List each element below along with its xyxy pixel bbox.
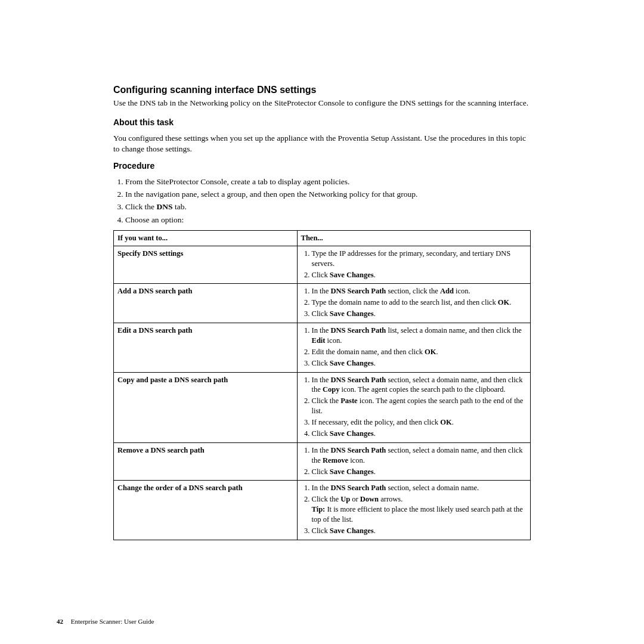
- tip-text: It is more efficient to place the most l…: [312, 505, 523, 524]
- table-row: Specify DNS settings Type the IP address…: [114, 246, 531, 284]
- t: Up: [340, 495, 350, 503]
- t: DNS Search Path: [330, 287, 386, 295]
- t: Click: [312, 359, 330, 367]
- row3-left: Edit a DNS search path: [114, 323, 298, 373]
- t: .: [374, 359, 376, 367]
- t: Down: [360, 495, 379, 503]
- t: .: [509, 298, 511, 306]
- r1-2c: .: [374, 271, 376, 279]
- r2-step1: In the DNS Search Path section, click th…: [312, 286, 527, 296]
- t: In the: [312, 287, 331, 295]
- r1-step2: Click Save Changes.: [312, 270, 527, 280]
- r4-step4: Click Save Changes.: [312, 429, 527, 439]
- row5-left: Remove a DNS search path: [114, 442, 298, 481]
- table-header-right: Then...: [297, 230, 530, 246]
- r1-2b: Save Changes: [330, 271, 374, 279]
- row2-left: Add a DNS search path: [114, 284, 298, 323]
- page-title: Configuring scanning interface DNS setti…: [113, 83, 531, 97]
- r4-step1: In the DNS Search Path section, select a…: [312, 375, 527, 395]
- doc-title: Enterprise Scanner: User Guide: [71, 618, 154, 625]
- t: If necessary, edit the policy, and then …: [312, 418, 441, 426]
- t: DNS Search Path: [330, 326, 386, 335]
- table-row: Copy and paste a DNS search path In the …: [114, 372, 531, 442]
- t: Save Changes: [330, 359, 374, 367]
- t: OK: [498, 298, 509, 306]
- t: Click the: [312, 397, 341, 405]
- t: Type the domain name to add to the searc…: [312, 298, 498, 306]
- r4-step3: If necessary, edit the policy, and then …: [312, 417, 527, 428]
- t: section, click the: [386, 287, 440, 295]
- t: arrows.: [379, 495, 402, 503]
- r1-2a: Click: [312, 271, 330, 279]
- t: Save Changes: [330, 309, 374, 318]
- r2-step2: Type the domain name to add to the searc…: [312, 298, 527, 308]
- t: Click: [312, 467, 330, 476]
- r6-step2: Click the Up or Down arrows.Tip: It is m…: [312, 494, 527, 525]
- row6-left: Change the order of a DNS search path: [114, 481, 298, 540]
- t: icon.: [325, 336, 342, 345]
- row6-right: In the DNS Search Path section, select a…: [297, 481, 530, 540]
- r1-step1: Type the IP addresses for the primary, s…: [312, 249, 527, 269]
- t: Remove: [323, 456, 348, 465]
- procedure-heading: Procedure: [113, 160, 531, 172]
- t: .: [374, 309, 376, 318]
- t: .: [374, 429, 376, 438]
- r5-step1: In the DNS Search Path section, select a…: [312, 445, 527, 466]
- proc-step-3: Click the DNS tab.: [125, 202, 531, 212]
- row1-left: Specify DNS settings: [114, 246, 298, 284]
- proc-step-3b: DNS: [157, 202, 173, 211]
- intro-paragraph: Use the DNS tab in the Networking policy…: [113, 98, 531, 109]
- row5-right: In the DNS Search Path section, select a…: [297, 442, 530, 481]
- t: In the: [312, 326, 331, 335]
- page-number: 42: [57, 618, 63, 625]
- table-row: Change the order of a DNS search path In…: [114, 481, 531, 540]
- t: Copy: [323, 385, 339, 394]
- r6-step1: In the DNS Search Path section, select a…: [312, 483, 527, 493]
- t: icon. The agent copies the search path t…: [339, 385, 505, 394]
- t: OK: [440, 418, 451, 426]
- about-heading: About this task: [113, 117, 531, 128]
- t: Save Changes: [330, 429, 374, 438]
- procedure-list: From the SiteProtector Console, create a…: [113, 177, 531, 225]
- page-footer: 42 Enterprise Scanner: User Guide: [57, 617, 154, 626]
- t: DNS Search Path: [330, 376, 386, 384]
- t: .: [374, 467, 376, 476]
- t: Save Changes: [330, 527, 374, 535]
- row4-right: In the DNS Search Path section, select a…: [297, 372, 530, 442]
- t: Click: [312, 309, 330, 318]
- row2-right: In the DNS Search Path section, click th…: [297, 284, 530, 323]
- t: Save Changes: [330, 467, 374, 476]
- t: Paste: [340, 397, 357, 405]
- r5-step2: Click Save Changes.: [312, 467, 527, 477]
- t: DNS Search Path: [330, 446, 386, 454]
- table-row: Edit a DNS search path In the DNS Search…: [114, 323, 531, 373]
- proc-step-3a: Click the: [125, 202, 157, 211]
- proc-step-1: From the SiteProtector Console, create a…: [125, 177, 531, 187]
- options-table: If you want to... Then... Specify DNS se…: [113, 230, 531, 540]
- t: Click: [312, 429, 330, 438]
- t: Add: [440, 287, 454, 295]
- r3-step2: Edit the domain name, and then click OK.: [312, 347, 527, 357]
- table-header-row: If you want to... Then...: [114, 230, 531, 246]
- t: .: [452, 418, 454, 426]
- row4-left: Copy and paste a DNS search path: [114, 372, 298, 442]
- t: Click the: [312, 495, 341, 503]
- r2-step3: Click Save Changes.: [312, 309, 527, 319]
- r4-step2: Click the Paste icon. The agent copies t…: [312, 396, 527, 416]
- t: icon.: [454, 287, 470, 295]
- table-header-left: If you want to...: [114, 230, 298, 246]
- t: section, select a domain name.: [386, 484, 479, 492]
- proc-step-3c: tab.: [173, 202, 187, 211]
- t: Click: [312, 527, 330, 535]
- t: icon.: [348, 456, 365, 465]
- proc-step-2: In the navigation pane, select a group, …: [125, 189, 531, 200]
- row1-right: Type the IP addresses for the primary, s…: [297, 246, 530, 284]
- t: OK: [425, 348, 436, 356]
- tip-label: Tip:: [312, 505, 326, 513]
- t: In the: [312, 376, 331, 384]
- t: or: [350, 495, 360, 503]
- r6-step3: Click Save Changes.: [312, 526, 527, 536]
- row3-right: In the DNS Search Path list, select a do…: [297, 323, 530, 373]
- table-row: Add a DNS search path In the DNS Search …: [114, 284, 531, 323]
- t: DNS Search Path: [330, 484, 386, 492]
